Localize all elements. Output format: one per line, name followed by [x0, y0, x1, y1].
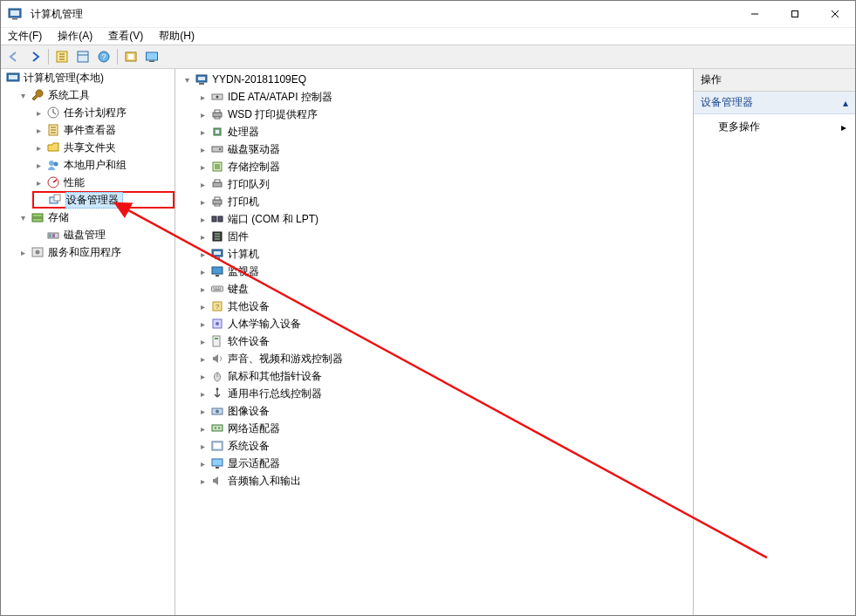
- nav-back-button[interactable]: [4, 47, 24, 66]
- expand-icon[interactable]: [196, 265, 209, 277]
- device-category-label: 音频输入和输出: [228, 474, 301, 489]
- tree-services-apps[interactable]: 服务和应用程序: [17, 243, 175, 261]
- svg-rect-77: [216, 467, 219, 469]
- expand-icon[interactable]: [196, 108, 209, 120]
- more-actions-item[interactable]: 更多操作: [694, 114, 855, 140]
- device-category[interactable]: 端口 (COM 和 LPT): [196, 210, 693, 228]
- device-category[interactable]: 人体学输入设备: [196, 315, 693, 332]
- expand-icon[interactable]: [196, 370, 209, 382]
- storage-icon: [210, 160, 224, 174]
- menu-help[interactable]: 帮助(H): [155, 27, 198, 45]
- device-category[interactable]: ?其他设备: [196, 298, 693, 315]
- device-category[interactable]: WSD 打印提供程序: [196, 106, 693, 123]
- expand-icon[interactable]: [32, 159, 45, 171]
- device-category[interactable]: 固件: [196, 228, 693, 245]
- expand-icon[interactable]: [196, 318, 209, 330]
- device-category[interactable]: 声音、视频和游戏控制器: [196, 350, 693, 367]
- expand-icon[interactable]: [196, 387, 209, 400]
- expand-icon[interactable]: [196, 195, 209, 208]
- expand-icon[interactable]: [196, 178, 209, 190]
- minimize-button[interactable]: [735, 1, 775, 27]
- tree-system-tools[interactable]: 系统工具: [17, 86, 175, 104]
- tree-task-scheduler[interactable]: 任务计划程序: [32, 104, 175, 121]
- tree-device-manager[interactable]: 设备管理器: [32, 191, 175, 209]
- device-category[interactable]: 软件设备: [196, 332, 693, 350]
- expand-icon[interactable]: [196, 161, 209, 173]
- expand-icon[interactable]: [196, 91, 209, 103]
- device-category[interactable]: 图像设备: [196, 402, 693, 420]
- tree-shared-folders[interactable]: 共享文件夹: [32, 139, 175, 156]
- toolbar-view1-button[interactable]: [121, 47, 140, 66]
- toolbar-view2-button[interactable]: [142, 47, 161, 66]
- computer-management-icon: [6, 71, 20, 85]
- device-category[interactable]: 打印机: [196, 193, 693, 210]
- expand-icon[interactable]: [196, 283, 209, 295]
- device-category[interactable]: 显示适配器: [196, 455, 693, 472]
- device-category[interactable]: 存储控制器: [196, 158, 693, 175]
- expand-icon[interactable]: [32, 124, 45, 136]
- expand-icon[interactable]: [196, 335, 209, 347]
- device-category[interactable]: 处理器: [196, 123, 693, 140]
- device-category[interactable]: 计算机: [196, 245, 693, 263]
- tree-root[interactable]: 计算机管理(本地): [1, 69, 175, 86]
- properties-button[interactable]: [73, 47, 92, 66]
- expand-icon[interactable]: [196, 230, 209, 243]
- device-tree[interactable]: YYDN-20181109EQ IDE ATA/ATAPI 控制器WSD 打印提…: [175, 69, 693, 489]
- expand-icon[interactable]: [17, 246, 29, 258]
- expand-icon[interactable]: [17, 211, 29, 223]
- expand-icon[interactable]: [196, 300, 209, 312]
- device-category-label: 系统设备: [228, 439, 270, 454]
- device-category[interactable]: 键盘: [196, 280, 693, 298]
- tree-local-users[interactable]: 本地用户和组: [32, 156, 175, 174]
- device-category[interactable]: 网络适配器: [196, 420, 693, 437]
- expand-icon[interactable]: [196, 422, 209, 435]
- device-category[interactable]: 监视器: [196, 263, 693, 280]
- svg-rect-45: [215, 164, 220, 169]
- printer-icon: [210, 195, 224, 209]
- svg-rect-71: [212, 425, 223, 431]
- app-window: 计算机管理 文件(F) 操作(A) 查看(V) 帮助(H): [0, 0, 856, 616]
- tree-storage[interactable]: 存储: [17, 209, 175, 226]
- device-category[interactable]: 磁盘驱动器: [196, 140, 693, 158]
- expand-icon[interactable]: [196, 143, 209, 155]
- svg-rect-37: [213, 113, 222, 117]
- expand-icon[interactable]: [181, 73, 193, 86]
- expand-icon[interactable]: [196, 440, 209, 452]
- device-category[interactable]: 音频输入和输出: [196, 472, 693, 489]
- help-button[interactable]: ?: [94, 47, 113, 66]
- close-button[interactable]: [815, 1, 855, 27]
- expand-icon[interactable]: [32, 141, 45, 154]
- device-category[interactable]: IDE ATA/ATAPI 控制器: [196, 88, 693, 106]
- device-category[interactable]: 打印队列: [196, 175, 693, 193]
- console-tree[interactable]: 计算机管理(本地) 系统工具: [1, 69, 175, 261]
- tree-performance[interactable]: 性能: [32, 174, 175, 191]
- expand-icon[interactable]: [196, 352, 209, 365]
- computer-icon: [210, 247, 224, 261]
- expand-icon[interactable]: [17, 89, 29, 101]
- expand-icon[interactable]: [196, 475, 209, 487]
- actions-subheader[interactable]: 设备管理器: [694, 92, 855, 114]
- device-category-label: 鼠标和其他指针设备: [228, 369, 322, 384]
- expand-icon[interactable]: [196, 457, 209, 469]
- device-category[interactable]: 系统设备: [196, 437, 693, 455]
- expand-icon[interactable]: [32, 176, 45, 188]
- show-hide-tree-button[interactable]: [52, 47, 72, 66]
- device-category-label: 声音、视频和游戏控制器: [228, 352, 343, 366]
- device-category[interactable]: 通用串行总线控制器: [196, 385, 693, 402]
- device-tree-root[interactable]: YYDN-20181109EQ: [181, 71, 693, 88]
- expand-icon[interactable]: [196, 126, 209, 138]
- menu-action[interactable]: 操作(A): [54, 27, 96, 45]
- expand-icon[interactable]: [196, 405, 209, 417]
- tree-disk-mgmt[interactable]: 磁盘管理: [32, 226, 175, 243]
- tree-label: 存储: [48, 210, 69, 225]
- expand-icon[interactable]: [32, 106, 45, 119]
- nav-forward-button[interactable]: [25, 47, 45, 66]
- tree-event-viewer[interactable]: 事件查看器: [32, 121, 175, 139]
- expand-icon[interactable]: [196, 248, 209, 260]
- device-category[interactable]: 鼠标和其他指针设备: [196, 367, 693, 385]
- menu-view[interactable]: 查看(V): [105, 27, 147, 45]
- expand-icon[interactable]: [196, 213, 209, 225]
- svg-rect-55: [214, 251, 221, 255]
- menu-file[interactable]: 文件(F): [4, 27, 45, 45]
- maximize-button[interactable]: [775, 1, 815, 27]
